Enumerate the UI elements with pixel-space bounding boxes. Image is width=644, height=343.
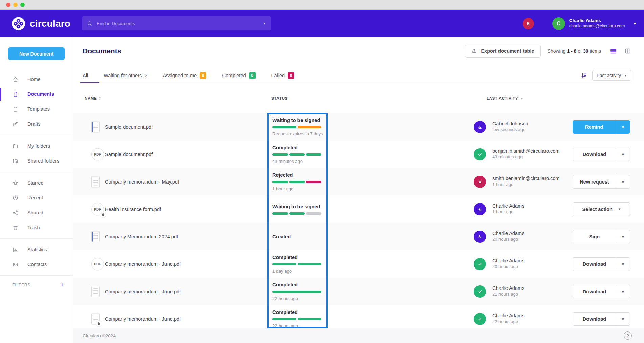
actor-name: Charlie Adams: [492, 313, 524, 319]
download-button[interactable]: Download: [573, 285, 616, 298]
file-icon-cell: PDF: [91, 258, 104, 270]
progress-bar: [272, 318, 321, 320]
download-button[interactable]: Download: [573, 257, 616, 271]
document-thumbnail-icon: [91, 121, 100, 132]
sidebar-item-trash[interactable]: Trash: [0, 220, 73, 235]
new-request-dropdown-button[interactable]: ▾: [616, 175, 630, 189]
sidebar-item-label: Documents: [27, 91, 54, 97]
sign-button[interactable]: Sign: [573, 230, 616, 243]
tab-count-badge: 0: [200, 72, 206, 79]
sidebar-item-starred[interactable]: Starred: [0, 175, 73, 190]
filters-row: FILTERS +: [0, 279, 73, 288]
user-menu-caret-icon: ▾: [634, 21, 636, 26]
sidebar-item-drafts[interactable]: Drafts: [0, 116, 73, 131]
action-cell: Select action▾: [573, 202, 630, 216]
user-menu[interactable]: C Charlie Adams charlie.adams@circularo.…: [552, 17, 636, 30]
progress-segment: [289, 153, 305, 156]
action-cell: Download▾: [573, 285, 630, 298]
download-dropdown-button[interactable]: ▾: [616, 148, 630, 161]
last-activity-cell: benjamin.smith@circularo.com43 minutes a…: [492, 148, 559, 160]
footer: Circularo ©2024 ?: [73, 328, 644, 343]
sidebar-item-contacts[interactable]: Contacts: [0, 257, 73, 272]
progress-segment: [272, 263, 296, 265]
check-icon: [474, 258, 486, 270]
progress-segment: [298, 318, 322, 320]
clock-icon: [12, 195, 19, 201]
check-icon: [474, 285, 486, 298]
column-header-last-activity[interactable]: LAST ACTIVITY ▾: [487, 96, 523, 100]
brand-name: circularo: [30, 18, 70, 29]
actor-name: Charlie Adams: [492, 230, 524, 237]
remind-dropdown-button[interactable]: ▾: [616, 120, 630, 134]
sort-direction-icon[interactable]: [581, 72, 587, 79]
sidebar-divider: [0, 172, 73, 172]
tab-count-badge: 0: [249, 72, 256, 79]
list-view-icon[interactable]: [610, 48, 617, 55]
tab-assigned-to-me[interactable]: Assigned to me0: [163, 68, 206, 83]
signature-icon: [474, 231, 486, 243]
share-icon: [12, 210, 19, 216]
file-name: Company memorandum - June.pdf: [105, 289, 181, 294]
status-cell: Waiting to be signed: [272, 204, 323, 215]
add-filter-button[interactable]: +: [60, 282, 64, 288]
activity-time: 20 hours ago: [492, 237, 524, 243]
sidebar-item-templates[interactable]: Templates: [0, 102, 73, 116]
download-button[interactable]: Download: [573, 312, 616, 326]
new-document-button[interactable]: New Document: [8, 47, 65, 60]
tab-waiting-for-others[interactable]: Waiting for others2: [104, 68, 147, 83]
tab-failed[interactable]: Failed0: [271, 68, 295, 83]
file-icon-cell: PDF: [91, 203, 104, 215]
progress-segment: [289, 212, 305, 215]
last-activity-cell: Charlie Adams22 hours ago: [492, 313, 524, 325]
sidebar-item-shared-folders[interactable]: Shared folders: [0, 153, 73, 168]
close-window-button[interactable]: [6, 3, 10, 7]
last-activity-cell: Charlie Adams21 hours ago: [492, 285, 524, 298]
download-button[interactable]: Download: [573, 148, 616, 161]
sort-by-dropdown[interactable]: Last activity ▾: [592, 70, 631, 81]
sidebar-item-recent[interactable]: Recent: [0, 190, 73, 205]
column-header-name[interactable]: NAME ▴▾: [85, 96, 101, 100]
brand-logo[interactable]: circularo: [12, 17, 70, 30]
sidebar-item-home[interactable]: Home: [0, 72, 73, 87]
pdf-file-icon: PDF: [91, 148, 104, 160]
sidebar-item-statistics[interactable]: Statistics: [0, 242, 73, 257]
download-dropdown-button[interactable]: ▾: [616, 257, 630, 271]
search-input[interactable]: [97, 21, 263, 26]
remind-button[interactable]: Remind: [573, 120, 616, 134]
grid-view-icon[interactable]: [624, 48, 631, 55]
tab-label: Failed: [271, 73, 285, 78]
sidebar-item-label: Trash: [27, 225, 40, 230]
file-icon-cell: PDF: [91, 148, 104, 160]
status-label: Rejected: [272, 172, 323, 178]
sidebar-item-shared[interactable]: Shared: [0, 205, 73, 220]
minimize-window-button[interactable]: [13, 3, 18, 7]
table-row: PDFSample document.pdfCompleted43 minute…: [73, 141, 644, 168]
progress-bar: [272, 291, 321, 293]
search-bar[interactable]: ▾: [82, 16, 271, 30]
download-dropdown-button[interactable]: ▾: [616, 312, 630, 326]
document-thumbnail-icon: [91, 231, 100, 242]
help-icon[interactable]: ?: [624, 331, 632, 340]
tab-count-badge: 2: [145, 73, 147, 78]
status-note: 43 minutes ago: [272, 159, 323, 164]
column-header-status: STATUS: [271, 96, 288, 100]
activity-time: 21 hours ago: [492, 292, 524, 298]
table-row: PDFCompany memorandum - June.pdfComplete…: [73, 250, 644, 278]
download-dropdown-button[interactable]: ▾: [616, 285, 630, 298]
status-note: 1 day ago: [272, 269, 323, 274]
export-document-table-button[interactable]: Export document table: [465, 45, 540, 58]
new-request-button[interactable]: New request: [573, 175, 616, 189]
tab-all[interactable]: All: [83, 68, 88, 83]
notifications-badge[interactable]: 5: [523, 18, 534, 29]
sign-dropdown-button[interactable]: ▾: [616, 230, 630, 243]
search-scope-caret-icon[interactable]: ▾: [263, 20, 266, 27]
tab-completed[interactable]: Completed0: [222, 68, 256, 83]
folder-icon: [12, 143, 19, 149]
progress-segment: [298, 126, 322, 128]
zoom-window-button[interactable]: [20, 3, 25, 7]
progress-segment: [306, 212, 321, 215]
table-row: Company memorandum - May.pdfRejected1 ho…: [73, 168, 644, 195]
sidebar-item-documents[interactable]: Documents: [0, 87, 73, 102]
select-action-button[interactable]: Select action▾: [573, 202, 630, 216]
sidebar-item-my-folders[interactable]: My folders: [0, 138, 73, 153]
